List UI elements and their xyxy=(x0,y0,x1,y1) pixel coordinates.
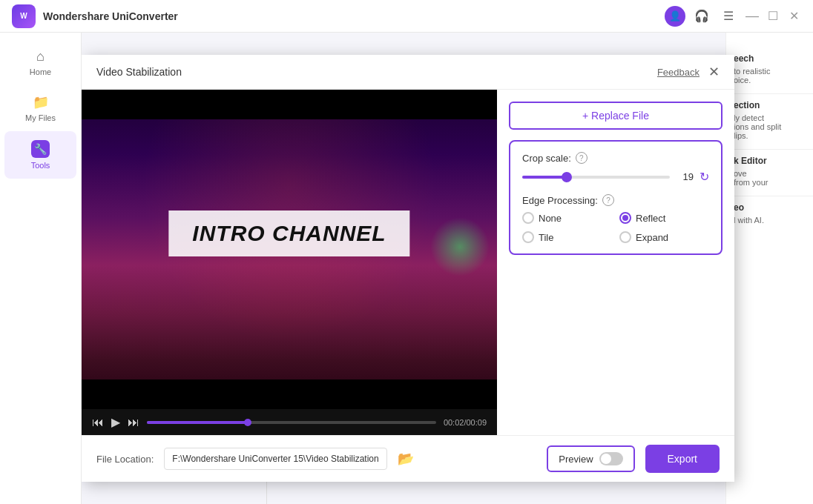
slider-thumb xyxy=(562,172,572,182)
export-button[interactable]: Export xyxy=(645,445,720,473)
menu-icon[interactable]: ☰ xyxy=(718,6,739,27)
edge-processing-label: Edge Processing: ? xyxy=(522,194,709,206)
sidebar: ⌂ Home 📁 My Files 🔧 Tools xyxy=(0,33,82,504)
radio-reflect-label: Reflect xyxy=(636,213,665,224)
progress-thumb xyxy=(244,419,251,426)
close-window-button[interactable]: ✕ xyxy=(786,9,801,24)
video-stabilization-modal: Video Stabilization Feedback ✕ xyxy=(82,55,734,482)
right-panel-card-1: eech to realistic oice. xyxy=(726,47,813,94)
video-overlay-container: INTRO CHANNEL xyxy=(168,210,409,256)
edge-processing-row: Edge Processing: ? None xyxy=(522,194,709,243)
maximize-button[interactable]: ☐ xyxy=(766,9,780,24)
card-1-line-2: oice. xyxy=(734,76,806,84)
progress-bar[interactable] xyxy=(147,421,436,424)
modal-footer: File Location: F:\Wondershare UniConvert… xyxy=(82,435,734,482)
preview-label: Preview xyxy=(559,454,593,465)
modal-body: INTRO CHANNEL ⏮ ▶ ⏭ xyxy=(82,90,734,435)
right-panel: eech to realistic oice. ection ly detect… xyxy=(725,33,813,504)
card-3-line-2: from your xyxy=(734,178,806,187)
right-panel-card-4: eo l with AI. xyxy=(726,196,813,233)
skip-back-button[interactable]: ⏮ xyxy=(92,416,104,429)
video-preview: INTRO CHANNEL xyxy=(82,90,497,409)
sidebar-item-myfiles[interactable]: 📁 My Files xyxy=(0,85,81,131)
modal-header-right: Feedback ✕ xyxy=(657,64,720,80)
edge-processing-info-icon[interactable]: ? xyxy=(602,194,614,206)
user-icon[interactable]: 👤 xyxy=(665,6,685,27)
crop-scale-row: Crop scale: ? 19 ↻ xyxy=(522,152,709,184)
crop-scale-label: Crop scale: ? xyxy=(522,152,709,164)
minimize-button[interactable]: — xyxy=(745,9,760,24)
refresh-icon[interactable]: ↻ xyxy=(700,170,709,184)
app-logo: W xyxy=(12,4,36,28)
folder-icon[interactable]: 📂 xyxy=(398,451,414,467)
slider-fill xyxy=(522,176,567,179)
radio-tile-circle xyxy=(522,231,534,243)
time-display: 00:02/00:09 xyxy=(444,418,487,427)
sidebar-item-home-label: Home xyxy=(30,67,51,76)
titlebar-left: W Wondershare UniConverter xyxy=(12,4,178,28)
card-2-line-1: ly detect xyxy=(734,113,806,122)
video-bottom-bar xyxy=(82,379,497,409)
file-location-label: File Location: xyxy=(96,454,154,465)
sidebar-item-tools[interactable]: 🔧 Tools xyxy=(4,131,76,179)
replace-file-button[interactable]: + Replace File xyxy=(509,102,723,130)
card-2-line-2: ions and split xyxy=(734,122,806,131)
card-1-title: eech xyxy=(734,53,806,64)
sidebar-item-tools-label: Tools xyxy=(31,161,50,170)
skip-forward-button[interactable]: ⏭ xyxy=(128,416,139,429)
preview-toggle[interactable]: Preview xyxy=(547,445,634,472)
settings-panel: + Replace File Crop scale: ? xyxy=(497,90,734,435)
titlebar-controls: 👤 🎧 ☰ — ☐ ✕ xyxy=(665,6,801,27)
slider-row: 19 ↻ xyxy=(522,170,709,184)
scene-green-glow xyxy=(430,217,490,276)
slider-value: 19 xyxy=(676,171,694,182)
play-button[interactable]: ▶ xyxy=(111,415,120,429)
radio-expand-circle xyxy=(619,231,631,243)
sidebar-item-myfiles-label: My Files xyxy=(25,113,56,122)
right-panel-card-2: ection ly detect ions and split lips. xyxy=(726,94,813,150)
card-2-title: ection xyxy=(734,100,806,110)
video-area: INTRO CHANNEL ⏮ ▶ ⏭ xyxy=(82,90,497,435)
card-3-title: k Editor xyxy=(734,156,806,166)
card-1-line-1: to realistic xyxy=(734,67,806,76)
radio-reflect-dot xyxy=(622,215,628,221)
crop-scale-slider[interactable] xyxy=(522,176,670,179)
radio-reflect-circle xyxy=(619,212,631,224)
edge-processing-options: None Reflect xyxy=(522,212,709,243)
video-top-bar xyxy=(82,90,497,119)
radio-none[interactable]: None xyxy=(522,212,612,224)
modal-close-button[interactable]: ✕ xyxy=(708,64,720,80)
home-icon: ⌂ xyxy=(36,49,45,64)
radio-reflect[interactable]: Reflect xyxy=(619,212,709,224)
modal-header: Video Stabilization Feedback ✕ xyxy=(82,55,734,90)
radio-none-circle xyxy=(522,212,534,224)
card-2-line-3: lips. xyxy=(734,131,806,140)
controls-bar: ⏮ ▶ ⏭ 00:02/00:09 xyxy=(82,409,497,435)
radio-tile-label: Tile xyxy=(539,232,553,243)
titlebar: W Wondershare UniConverter 👤 🎧 ☰ — ☐ ✕ xyxy=(0,0,813,33)
app-title: Wondershare UniConverter xyxy=(43,10,178,22)
progress-fill xyxy=(147,421,248,424)
radio-none-label: None xyxy=(539,213,562,224)
file-path-select[interactable]: F:\Wondershare UniConverter 15\Video Sta… xyxy=(164,448,387,470)
card-4-title: eo xyxy=(734,202,806,213)
radio-expand[interactable]: Expand xyxy=(619,231,709,243)
headphone-icon[interactable]: 🎧 xyxy=(691,6,712,27)
main-area: Video Stabilization Feedback ✕ xyxy=(82,33,813,504)
sidebar-item-home[interactable]: ⌂ Home xyxy=(0,40,81,85)
myfiles-icon: 📁 xyxy=(33,94,49,110)
video-overlay-text: INTRO CHANNEL xyxy=(192,221,386,245)
feedback-link[interactable]: Feedback xyxy=(657,67,700,78)
radio-tile[interactable]: Tile xyxy=(522,231,612,243)
video-scene: INTRO CHANNEL xyxy=(82,90,497,409)
settings-box: Crop scale: ? 19 ↻ xyxy=(509,140,723,255)
modal-title: Video Stabilization xyxy=(96,66,182,78)
crop-scale-info-icon[interactable]: ? xyxy=(576,152,587,164)
card-3-line-1: ove xyxy=(734,169,806,178)
radio-expand-label: Expand xyxy=(636,232,668,243)
toggle-knob xyxy=(601,454,611,464)
toggle-switch[interactable] xyxy=(599,452,623,465)
right-panel-card-3: k Editor ove from your xyxy=(726,150,813,196)
tools-icon: 🔧 xyxy=(31,140,50,158)
card-4-line-1: l with AI. xyxy=(734,216,806,225)
